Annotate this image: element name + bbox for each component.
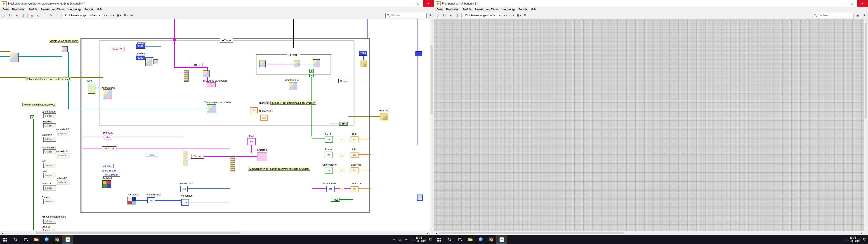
pause-button[interactable]: ∥ (20, 12, 26, 18)
italic-terminal[interactable]: 123 (350, 152, 359, 158)
horizontal-scrollbar[interactable]: ◀ ▶ (0, 231, 430, 235)
schriftgroesse-terminal[interactable]: 123 (327, 186, 335, 192)
property-node[interactable]: Sichtbar (43, 123, 56, 128)
property-node[interactable]: Sichtbar (57, 180, 70, 185)
property-node[interactable]: Sichtbar (57, 153, 70, 158)
wire[interactable] (204, 156, 230, 157)
wire[interactable] (33, 118, 34, 230)
schriftart-terminal[interactable]: abc (104, 135, 112, 140)
chrome-button[interactable] (52, 235, 62, 244)
wire[interactable] (136, 201, 183, 201)
scroll-right-icon[interactable]: ▶ (426, 231, 430, 235)
conversion-node[interactable]: » (340, 153, 344, 157)
wire[interactable] (300, 64, 313, 64)
align-objects-dropdown[interactable]: ≡▾ (502, 12, 508, 18)
numerisch3-terminal[interactable]: 123 (180, 186, 188, 192)
file-explorer-button[interactable] (465, 235, 475, 244)
minimize-button[interactable] (837, 0, 847, 7)
menu-ausfuehren[interactable]: Ausführen (485, 7, 500, 12)
step-into-button[interactable]: ↴ (41, 12, 48, 18)
wire[interactable] (340, 199, 353, 200)
conversion-node[interactable]: » (340, 137, 344, 141)
farbfeld-terminal[interactable] (102, 180, 111, 188)
menu-ausfuehren[interactable]: Ausführen (51, 7, 66, 12)
property-node[interactable]: Sichtbar (43, 228, 56, 231)
align-objects-dropdown[interactable]: ≡▾ (102, 12, 108, 18)
run-button[interactable]: ▶ (435, 12, 441, 18)
chrome-button[interactable] (486, 235, 496, 244)
pause-button[interactable]: ∥ (454, 12, 460, 18)
property-node[interactable]: Sichtbar (43, 149, 56, 154)
wire[interactable] (348, 116, 380, 117)
property-node[interactable]: Sichtbar (43, 114, 56, 118)
cluster2-terminal[interactable] (257, 152, 267, 161)
menu-hilfe[interactable]: Hilfe (95, 7, 104, 12)
wire[interactable] (359, 188, 371, 189)
scroll-down-icon[interactable]: ▼ (430, 227, 434, 231)
vi-icon[interactable] (293, 61, 300, 67)
restore-button[interactable] (413, 0, 423, 7)
line-start-constant[interactable]: 1332 (136, 44, 145, 49)
numerisch-terminal[interactable]: 123 (181, 199, 189, 206)
vertical-scrollbar[interactable]: ▲ ▼ (430, 19, 434, 231)
boolean-constant[interactable]: T (309, 74, 313, 77)
step-over-button[interactable]: ↷ (48, 12, 54, 18)
edge-button[interactable] (41, 235, 52, 244)
vi-icon[interactable] (313, 59, 320, 67)
scroll-left-icon[interactable]: ◀ (0, 231, 4, 235)
taskbar-search-button[interactable] (444, 235, 455, 244)
wire[interactable] (236, 156, 257, 157)
wire[interactable] (251, 145, 252, 152)
fett-terminal[interactable]: TF (324, 136, 333, 143)
abort-button[interactable]: ■ (448, 12, 454, 18)
scroll-down-icon[interactable]: ▼ (864, 227, 868, 231)
ausrichtung-vi-icon[interactable] (103, 89, 112, 99)
wire[interactable] (174, 41, 175, 67)
reorder-dropdown[interactable]: ⊟▾ (522, 12, 529, 18)
scroll-up-icon[interactable]: ▲ (864, 19, 868, 23)
menu-hilfe[interactable]: Hilfe (529, 7, 538, 12)
task-view-button[interactable] (455, 235, 465, 244)
close-button[interactable] (423, 0, 434, 7)
vi-icon[interactable] (259, 61, 266, 67)
distribute-objects-dropdown[interactable]: ↔▾ (108, 12, 115, 18)
property-node[interactable]: Sichtbar (57, 131, 70, 136)
wire[interactable] (145, 46, 161, 47)
boolean-constant[interactable]: T (30, 116, 34, 119)
farbfeld2-terminal[interactable] (127, 197, 136, 205)
numerisch5-terminal[interactable]: 123 (250, 107, 258, 113)
property-node[interactable]: Sichtbar (43, 199, 56, 204)
highlight-execution-button[interactable]: ◉ (29, 12, 35, 18)
wire[interactable] (188, 188, 230, 189)
labview-taskbar-button[interactable] (62, 235, 73, 244)
search-input[interactable] (818, 13, 852, 17)
file-explorer-button[interactable] (31, 235, 41, 244)
retain-wire-values-button[interactable]: ◇ (35, 12, 41, 18)
case-selector[interactable]: ◀ True ▶ (220, 38, 233, 43)
run-continuous-button[interactable]: ↻ (441, 12, 447, 18)
scroll-right-icon[interactable]: ▶ (860, 231, 864, 235)
titlebar[interactable]: Frontpanel von Unbenannt 1 * (434, 0, 868, 7)
scrollbar-thumb[interactable] (431, 46, 433, 114)
action-center-icon[interactable] (428, 235, 434, 244)
wire[interactable] (266, 64, 293, 64)
bundle-node[interactable] (184, 70, 188, 82)
labview-taskbar-button[interactable] (496, 235, 507, 244)
bundle-node[interactable] (230, 156, 235, 172)
vi-icon[interactable] (153, 59, 158, 64)
wire[interactable] (0, 53, 10, 53)
property-node[interactable]: Sichtbar (43, 173, 56, 178)
scroll-up-icon[interactable]: ▲ (430, 19, 434, 23)
vertical-scrollbar[interactable]: ▲ ▼ (864, 19, 868, 231)
wire[interactable] (367, 19, 368, 38)
taskbar-search-button[interactable] (10, 235, 21, 244)
wire[interactable] (311, 77, 312, 136)
resize-objects-dropdown[interactable]: ▣▾ (116, 12, 122, 18)
ms-office-parameters-cluster[interactable] (207, 82, 216, 87)
vi-icon[interactable] (10, 53, 19, 62)
case-selector[interactable]: ◀ True ▶ (287, 53, 300, 57)
scrollbar-thumb[interactable] (36, 232, 240, 234)
wire[interactable] (82, 137, 183, 138)
menu-projekt[interactable]: Projekt (39, 7, 51, 12)
wire-arrowhead[interactable]: ▼ (291, 46, 296, 49)
